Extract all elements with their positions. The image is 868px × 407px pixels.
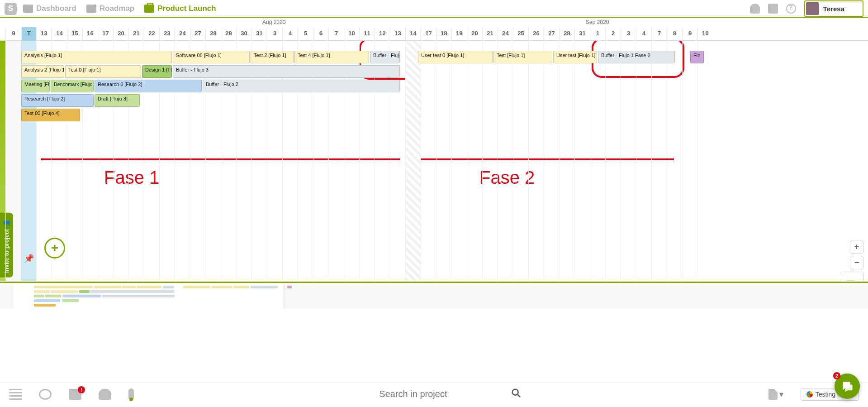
day-cell[interactable]: 9: [682, 27, 697, 41]
day-cell[interactable]: 21: [482, 27, 498, 41]
day-cell[interactable]: 6: [313, 27, 328, 41]
day-cell[interactable]: 9: [5, 27, 21, 41]
day-cell[interactable]: 16: [82, 27, 98, 41]
task-bar[interactable]: Buffer - Flujo 1 Fase 2: [598, 51, 675, 63]
task-bar[interactable]: User test 0 [Flujo 1]: [418, 51, 493, 63]
help-icon[interactable]: [786, 4, 796, 14]
list-icon[interactable]: [9, 389, 22, 400]
day-cell[interactable]: 10: [697, 27, 713, 41]
task-bar[interactable]: Design 1 [Flujo 3]: [142, 65, 172, 78]
grid-column: [498, 41, 513, 281]
task-bar[interactable]: Analysis [Flujo 1]: [21, 51, 172, 63]
task-bar[interactable]: Research [Flujo 2]: [21, 94, 94, 107]
day-cell[interactable]: 22: [144, 27, 159, 41]
task-bar[interactable]: Analysis 2 [Flujo 1]: [21, 65, 64, 78]
day-cell[interactable]: 15: [67, 27, 82, 41]
day-cell[interactable]: 17: [421, 27, 436, 41]
cpm-toggle[interactable]: CPM: [842, 272, 863, 281]
day-cell[interactable]: 10: [344, 27, 359, 41]
day-cell[interactable]: 24: [498, 27, 513, 41]
task-bar[interactable]: Fin: [690, 51, 704, 63]
task-bar[interactable]: User test [Flujo 1]: [553, 51, 597, 63]
day-cell[interactable]: 17: [98, 27, 113, 41]
day-cell[interactable]: 19: [451, 27, 467, 41]
day-cell[interactable]: 26: [528, 27, 544, 41]
day-cell[interactable]: 20: [467, 27, 482, 41]
nav-project[interactable]: Product Launch: [144, 4, 216, 13]
zoom-in-button[interactable]: +: [850, 240, 863, 254]
day-cell[interactable]: 7: [651, 27, 667, 41]
bell-icon[interactable]: [750, 4, 760, 14]
nav-dashboard[interactable]: Dashboard: [23, 4, 76, 13]
bottombar: ! ▾ Testing mode: [0, 382, 868, 406]
timeline[interactable]: Invite to project 👤 HITO 1 Fase 1 Fase 2…: [0, 41, 868, 281]
task-bar[interactable]: Meeting [Flujo 3]: [21, 80, 50, 92]
clock-icon[interactable]: [39, 389, 52, 400]
day-cell[interactable]: 13: [390, 27, 405, 41]
day-cell[interactable]: 8: [667, 27, 682, 41]
task-bar[interactable]: Buffer - Flujo 3: [173, 65, 400, 78]
day-cell[interactable]: 20: [113, 27, 128, 41]
task-bar[interactable]: Test 2 [Flujo 1]: [251, 51, 294, 63]
day-cell[interactable]: 27: [190, 27, 205, 41]
task-bar[interactable]: Draft [Flujo 3]: [95, 94, 140, 107]
day-cell[interactable]: 11: [359, 27, 375, 41]
day-ruler[interactable]: 9T13141516172021222324272829303134567101…: [0, 27, 868, 41]
traffic-light-icon[interactable]: [128, 388, 134, 400]
day-cell[interactable]: 1: [590, 27, 605, 41]
day-cell[interactable]: 3: [621, 27, 636, 41]
task-bar[interactable]: Test [Flujo 1]: [493, 51, 552, 63]
task-bar[interactable]: Research 0 [Flujo 2]: [95, 80, 202, 92]
nav-roadmap[interactable]: Roadmap: [86, 4, 134, 13]
document-menu[interactable]: ▾: [768, 389, 783, 400]
task-bar[interactable]: Test 00 [Flujo 4]: [21, 109, 80, 121]
task-bar[interactable]: Buffer - Flujo 1: [370, 51, 400, 63]
chat-badge: 2: [833, 372, 840, 379]
day-cell[interactable]: 25: [513, 27, 528, 41]
app-logo[interactable]: S: [5, 3, 17, 15]
day-cell[interactable]: 24: [175, 27, 190, 41]
add-task-button[interactable]: +: [44, 238, 65, 259]
search-input[interactable]: [379, 387, 492, 402]
day-cell[interactable]: 2: [605, 27, 621, 41]
day-cell[interactable]: 3: [267, 27, 282, 41]
day-cell[interactable]: 29: [221, 27, 236, 41]
day-cell[interactable]: 31: [574, 27, 590, 41]
task-bar[interactable]: Test 4 [Flujo 1]: [294, 51, 369, 63]
task-bar[interactable]: Test 0 [Flujo 1]: [65, 65, 141, 78]
day-cell[interactable]: 13: [36, 27, 52, 41]
day-cell[interactable]: 23: [159, 27, 175, 41]
grid-column: [590, 41, 605, 281]
svg-line-5: [517, 394, 520, 397]
day-cell[interactable]: T: [21, 27, 36, 41]
minimap[interactable]: [0, 282, 868, 309]
gauge-icon[interactable]: [99, 389, 111, 400]
day-cell[interactable]: 14: [52, 27, 67, 41]
day-cell[interactable]: 7: [328, 27, 344, 41]
monitor-icon[interactable]: [768, 4, 778, 14]
task-bar[interactable]: Buffer - Flujo 2: [203, 80, 400, 92]
day-cell[interactable]: 21: [128, 27, 144, 41]
task-bar[interactable]: Benchmark [Flujo 3]: [51, 80, 94, 92]
day-cell[interactable]: 14: [405, 27, 421, 41]
search-button[interactable]: [509, 388, 523, 401]
minimap-viewport[interactable]: [14, 283, 285, 309]
pin-button[interactable]: 📌: [24, 254, 33, 263]
user-menu[interactable]: Teresa: [804, 0, 863, 17]
chat-fab[interactable]: 2: [835, 373, 860, 399]
zoom-out-button[interactable]: −: [850, 256, 863, 269]
avatar: [806, 2, 819, 15]
day-cell[interactable]: 18: [436, 27, 451, 41]
day-cell[interactable]: 12: [375, 27, 390, 41]
people-icon[interactable]: !: [69, 389, 81, 400]
day-cell[interactable]: 4: [282, 27, 298, 41]
day-cell[interactable]: 28: [559, 27, 574, 41]
day-cell[interactable]: 28: [205, 27, 221, 41]
task-bar[interactable]: Software 06 [Flujo 1]: [173, 51, 250, 63]
day-cell[interactable]: 30: [236, 27, 251, 41]
day-cell[interactable]: 27: [544, 27, 559, 41]
day-cell[interactable]: 31: [251, 27, 267, 41]
day-cell[interactable]: 4: [636, 27, 651, 41]
topbar: S Dashboard Roadmap Product Launch Teres…: [0, 0, 868, 18]
day-cell[interactable]: 5: [298, 27, 313, 41]
